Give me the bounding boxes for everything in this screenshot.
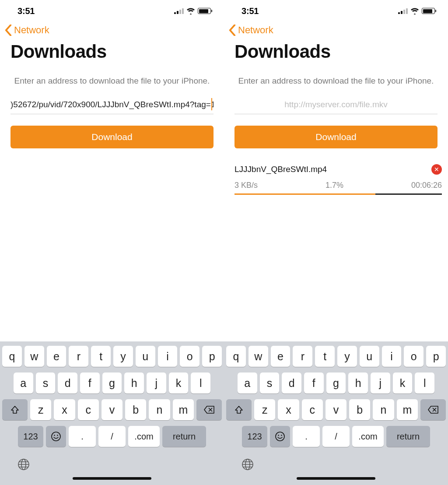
progress-bar (234, 193, 442, 195)
key-c[interactable]: c (78, 399, 99, 420)
key-n[interactable]: n (373, 399, 394, 420)
key-com[interactable]: .com (352, 426, 384, 447)
key-w[interactable]: w (248, 346, 268, 367)
key-u[interactable]: u (136, 346, 155, 367)
key-o[interactable]: o (404, 346, 424, 367)
key-dot[interactable]: . (69, 426, 96, 447)
emoji-icon (51, 431, 61, 442)
chevron-left-icon (228, 25, 236, 36)
key-y[interactable]: y (337, 346, 357, 367)
key-g[interactable]: g (102, 373, 122, 394)
download-remaining: 00:06:26 (411, 181, 442, 190)
download-button[interactable]: Download (234, 126, 438, 148)
key-l[interactable]: l (415, 373, 434, 394)
back-button[interactable]: Network (224, 22, 448, 38)
key-slash[interactable]: / (322, 426, 350, 447)
globe-button[interactable] (226, 453, 446, 476)
svg-point-0 (52, 432, 60, 441)
key-return[interactable]: return (386, 426, 430, 447)
key-z[interactable]: z (254, 399, 275, 420)
url-input[interactable] (234, 95, 438, 114)
key-x[interactable]: x (54, 399, 75, 420)
key-a[interactable]: a (14, 373, 33, 394)
download-button[interactable]: Download (10, 126, 214, 148)
key-com[interactable]: .com (128, 426, 160, 447)
key-f[interactable]: f (80, 373, 100, 394)
key-r[interactable]: r (293, 346, 312, 367)
key-k[interactable]: k (393, 373, 413, 394)
key-h[interactable]: h (124, 373, 144, 394)
key-h[interactable]: h (348, 373, 368, 394)
key-t[interactable]: t (91, 346, 111, 367)
key-l[interactable]: l (191, 373, 210, 394)
key-shift[interactable] (226, 399, 252, 420)
cancel-download-button[interactable]: ✕ (431, 164, 442, 175)
page-title: Downloads (224, 38, 448, 68)
kbd-row-2: a s d f g h j k l (226, 373, 446, 394)
key-i[interactable]: i (158, 346, 178, 367)
status-icons (398, 7, 435, 14)
key-f[interactable]: f (304, 373, 324, 394)
key-b[interactable]: b (125, 399, 146, 420)
key-d[interactable]: d (282, 373, 301, 394)
key-t[interactable]: t (315, 346, 335, 367)
key-e[interactable]: e (47, 346, 66, 367)
key-d[interactable]: d (58, 373, 77, 394)
key-i[interactable]: i (382, 346, 402, 367)
key-p[interactable]: p (426, 346, 446, 367)
screen-right: 3:51 Network Downloads Enter an address … (224, 0, 448, 485)
key-u[interactable]: u (360, 346, 379, 367)
globe-icon (17, 458, 30, 471)
key-emoji[interactable] (270, 426, 290, 447)
key-slash[interactable]: / (98, 426, 126, 447)
key-g[interactable]: g (326, 373, 346, 394)
key-s[interactable]: s (260, 373, 280, 394)
back-button[interactable]: Network (0, 22, 224, 38)
key-e[interactable]: e (271, 346, 290, 367)
key-123[interactable]: 123 (242, 426, 267, 447)
home-indicator[interactable] (297, 477, 375, 480)
key-r[interactable]: r (69, 346, 88, 367)
key-return[interactable]: return (162, 426, 206, 447)
key-emoji[interactable] (46, 426, 66, 447)
key-q[interactable]: q (226, 346, 246, 367)
key-j[interactable]: j (147, 373, 166, 394)
key-dot[interactable]: . (293, 426, 320, 447)
key-shift[interactable] (2, 399, 28, 420)
kbd-row-3: z x c v b n m (2, 399, 222, 420)
back-label: Network (238, 25, 273, 36)
key-m[interactable]: m (173, 399, 194, 420)
wifi-icon (410, 7, 419, 14)
url-input[interactable] (10, 95, 214, 114)
key-123[interactable]: 123 (18, 426, 43, 447)
key-m[interactable]: m (397, 399, 418, 420)
key-c[interactable]: c (302, 399, 323, 420)
key-b[interactable]: b (349, 399, 370, 420)
screen-left: 3:51 Network Downloads Enter an address … (0, 0, 224, 485)
keyboard: q w e r t y u i o p a s d f g h j k l (0, 341, 224, 485)
key-q[interactable]: q (2, 346, 22, 367)
key-w[interactable]: w (24, 346, 44, 367)
key-v[interactable]: v (102, 399, 122, 420)
key-o[interactable]: o (180, 346, 200, 367)
key-backspace[interactable] (196, 399, 222, 420)
home-indicator[interactable] (73, 477, 151, 480)
key-y[interactable]: y (113, 346, 133, 367)
svg-point-6 (278, 435, 279, 436)
key-backspace[interactable] (420, 399, 446, 420)
globe-button[interactable] (2, 453, 222, 476)
key-a[interactable]: a (238, 373, 257, 394)
status-bar: 3:51 (0, 0, 224, 22)
kbd-row-4: 123 . / .com return (226, 426, 446, 447)
status-time: 3:51 (242, 6, 259, 16)
key-v[interactable]: v (326, 399, 346, 420)
page-title: Downloads (0, 38, 224, 68)
key-j[interactable]: j (371, 373, 390, 394)
key-x[interactable]: x (278, 399, 299, 420)
key-n[interactable]: n (149, 399, 170, 420)
key-s[interactable]: s (36, 373, 56, 394)
key-z[interactable]: z (30, 399, 51, 420)
download-percent: 1.7% (326, 181, 343, 190)
key-p[interactable]: p (202, 346, 222, 367)
key-k[interactable]: k (169, 373, 189, 394)
